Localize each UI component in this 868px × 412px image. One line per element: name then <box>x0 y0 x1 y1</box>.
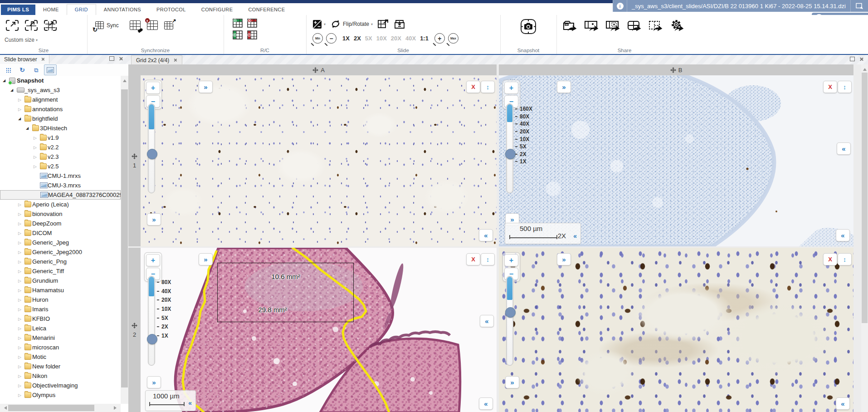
collapse-corner-button[interactable]: « <box>836 397 850 410</box>
tree-expander-icon[interactable] <box>18 221 24 226</box>
tree-expander-icon[interactable] <box>18 279 24 283</box>
tree-expander-icon[interactable] <box>18 336 24 340</box>
scrollbar-thumb[interactable] <box>862 73 868 323</box>
magnification-tick[interactable]: 10X <box>157 304 171 314</box>
tree-item[interactable]: v2.2 <box>0 142 121 152</box>
tree-item[interactable]: New folder <box>0 362 121 371</box>
resize-1x1-button[interactable] <box>5 19 20 32</box>
magnification-tick[interactable]: 160X <box>515 105 532 113</box>
close-viewport-button[interactable]: X <box>466 81 480 93</box>
open-new-window-button[interactable]: ⧉ <box>30 64 43 75</box>
zoom-level[interactable]: 10X <box>376 35 387 42</box>
maximize-panel-icon[interactable] <box>109 56 114 61</box>
tree-item[interactable]: Hamamatsu <box>0 285 121 295</box>
archive-slide-button[interactable] <box>394 19 405 29</box>
app-logo[interactable]: PIMS LS <box>1 5 35 15</box>
magnification-tick[interactable]: 80X <box>515 113 532 121</box>
viewport-b[interactable]: + − 160X 80X 40X <box>499 75 853 246</box>
scrollbar-thumb[interactable] <box>8 405 94 411</box>
zoom-slider-handle[interactable] <box>147 149 157 159</box>
sync-button[interactable]: ↻ Sync <box>95 21 119 29</box>
collapse-side-button[interactable]: « <box>837 142 851 155</box>
tree-item[interactable]: DeepZoom <box>0 219 121 228</box>
column-header-b[interactable]: B <box>499 64 853 75</box>
collapse-corner-button[interactable]: « <box>479 229 493 241</box>
tree-item[interactable]: Menarini <box>0 333 121 343</box>
close-viewport-button[interactable]: X <box>823 81 837 93</box>
custom-size-dropdown[interactable]: Custom size ▾ <box>5 37 38 43</box>
zoom-in-button[interactable]: + <box>504 82 518 94</box>
slide-image-overview[interactable] <box>499 75 853 246</box>
slide-image-ihc[interactable] <box>141 75 497 246</box>
share-settings-button[interactable] <box>668 19 686 38</box>
tree-item[interactable]: Generic_Jpeg <box>0 238 121 247</box>
resize-2x2-button[interactable] <box>24 19 39 32</box>
tree-item[interactable]: v2.3 <box>0 152 121 162</box>
tree-item[interactable]: Huron <box>0 295 121 304</box>
magnification-tick[interactable]: 10X <box>515 135 532 143</box>
tree-item[interactable]: CMU-3.mrxs <box>0 181 121 190</box>
tree-item[interactable]: Snapshot <box>0 76 121 85</box>
menu-tab[interactable]: ANNOTATIONS <box>96 5 149 15</box>
tree-item[interactable]: Imaris <box>0 304 121 314</box>
tree-expander-icon[interactable] <box>18 260 24 264</box>
snapshot-camera-button[interactable] <box>520 19 537 35</box>
menu-tab[interactable]: CONFERENCE <box>240 5 293 15</box>
tree-expander-icon[interactable] <box>18 393 24 397</box>
tree-expander-icon[interactable] <box>18 250 24 255</box>
tree-item[interactable]: Generic_Png <box>0 257 121 266</box>
tree-expander-icon[interactable] <box>34 136 40 140</box>
magnification-tick[interactable]: 1X <box>515 158 532 166</box>
share-folder-button[interactable] <box>562 19 579 38</box>
tree-item[interactable]: 3DHistech <box>0 123 121 133</box>
zoom-slider[interactable] <box>148 103 155 193</box>
row-header-2[interactable]: 2 <box>128 248 141 412</box>
share-selection-button[interactable] <box>647 19 664 38</box>
collapse-corner-button[interactable]: « <box>479 397 493 410</box>
tree-expander-icon[interactable] <box>18 374 24 378</box>
column-header-a[interactable]: A <box>141 64 497 75</box>
thumbnails-button[interactable] <box>44 64 57 75</box>
close-tab-icon[interactable] <box>174 59 177 62</box>
tree-expander-icon[interactable] <box>18 383 24 388</box>
flip-rotate-button[interactable]: Flip/Rotate ▾ <box>330 19 373 29</box>
fit-height-button[interactable]: ↕ <box>838 81 852 93</box>
viewport-a[interactable]: + − » X ↕ » « <box>141 75 497 246</box>
zoom-level[interactable]: 40X <box>405 35 416 42</box>
collapse-corner-button[interactable]: « <box>836 229 850 241</box>
expand-panel-button[interactable]: » <box>199 253 213 265</box>
viewport-c[interactable]: 10.6 mm² 29.8 mm² + − 80X <box>141 248 497 412</box>
tree-item[interactable]: KFBIO <box>0 314 121 324</box>
tree-expander-icon[interactable] <box>18 345 24 350</box>
tree-item[interactable]: CMU-1.mrxs <box>0 171 121 181</box>
tree-expander-icon[interactable] <box>18 231 24 235</box>
close-view-icon[interactable] <box>859 57 863 61</box>
menu-tab[interactable]: GRID <box>67 4 96 15</box>
tree-item[interactable]: v2.5 <box>0 162 121 171</box>
maximize-view-icon[interactable] <box>850 57 855 61</box>
collapse-side-button[interactable]: « <box>480 315 494 327</box>
tree-expander-icon[interactable] <box>18 288 24 293</box>
grid-tab[interactable]: Grid 2x2 (4/4) <box>131 55 182 64</box>
magnification-tick[interactable]: 80X <box>157 278 171 287</box>
zoom-slider-handle[interactable] <box>505 149 516 159</box>
delete-row-button[interactable] <box>247 19 257 28</box>
tree-item[interactable]: Generic_Tiff <box>0 266 121 276</box>
magnification-tick[interactable]: 5X <box>515 143 532 151</box>
add-column-button[interactable] <box>233 30 243 39</box>
close-viewport-button[interactable]: X <box>466 253 480 265</box>
resize-3x3-button[interactable] <box>43 19 58 32</box>
main-vertical-scrollbar[interactable] <box>861 64 868 412</box>
zoom-out-button[interactable]: − <box>326 33 336 44</box>
zoom-in-button[interactable]: + <box>504 254 518 266</box>
tree-item[interactable]: Motic <box>0 352 121 362</box>
adjust-image-button[interactable]: ▾ <box>312 20 326 29</box>
close-viewport-button[interactable]: X <box>823 253 837 265</box>
tree-expander-icon[interactable] <box>18 117 24 121</box>
export-grid-button[interactable]: ↗ <box>164 21 173 29</box>
zoom-slider[interactable] <box>148 276 155 366</box>
zoom-slider-handle[interactable] <box>505 307 516 318</box>
close-icon[interactable] <box>41 58 44 61</box>
tree-item[interactable]: v1.9 <box>0 133 121 142</box>
zoom-slider[interactable] <box>506 276 513 366</box>
